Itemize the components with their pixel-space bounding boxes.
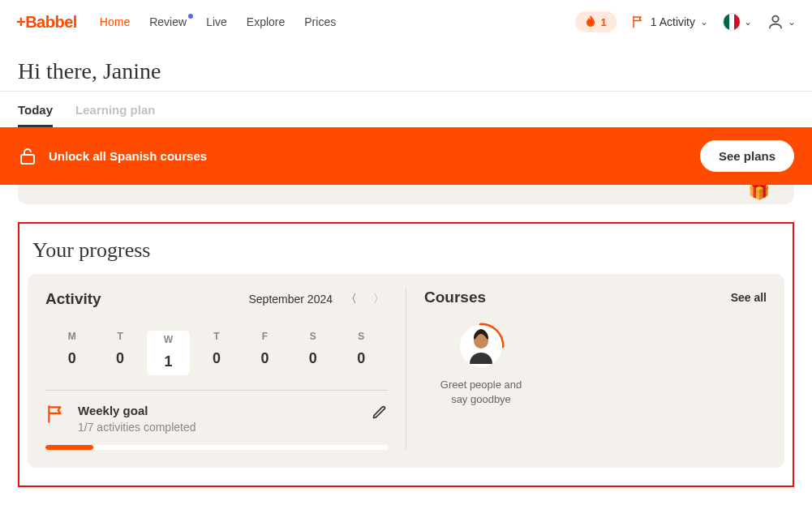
activity-heading: Activity	[45, 290, 248, 308]
day-cell: S0	[340, 331, 383, 375]
profile-dropdown[interactable]: ⌄	[767, 13, 796, 31]
language-dropdown[interactable]: ⌄	[723, 13, 752, 31]
day-count: 1	[147, 353, 190, 370]
activity-dropdown[interactable]: 1 Activity ⌄	[631, 15, 708, 29]
day-cell: F0	[243, 331, 286, 375]
day-count: 0	[243, 350, 286, 367]
chevron-down-icon: ⌄	[700, 16, 708, 28]
weekly-goal-subtitle: 1/7 activities completed	[78, 421, 360, 434]
nav-review[interactable]: Review	[149, 15, 187, 28]
see-all-courses-link[interactable]: See all	[731, 291, 767, 304]
day-count: 0	[291, 350, 334, 367]
svg-rect-1	[21, 155, 34, 164]
day-label: S	[340, 331, 383, 342]
streak-count: 1	[601, 16, 607, 28]
day-label: S	[291, 331, 334, 342]
gift-icon: 🎁	[748, 185, 770, 201]
your-progress-title: Your progress	[19, 235, 793, 274]
next-month-button[interactable]: 〉	[370, 289, 388, 310]
course-item-label: Greet people and say goodbye	[436, 378, 526, 406]
tab-today[interactable]: Today	[18, 92, 53, 127]
day-cell: T0	[98, 331, 141, 375]
nav-home[interactable]: Home	[100, 15, 130, 28]
day-label: T	[98, 331, 141, 342]
divider	[45, 390, 388, 391]
user-icon	[767, 13, 784, 31]
svg-point-0	[772, 16, 778, 22]
progress-fill	[45, 445, 93, 450]
nav-explore[interactable]: Explore	[247, 15, 285, 28]
see-plans-button[interactable]: See plans	[700, 140, 794, 172]
greeting-heading: Hi there, Janine	[0, 44, 812, 91]
unlock-banner-text: Unlock all Spanish courses	[49, 149, 700, 163]
mexico-flag-icon	[723, 13, 741, 31]
week-activity-row: M0 T0 W1 T0 F0 S0 S0	[45, 331, 388, 375]
unlock-banner: Unlock all Spanish courses See plans	[0, 127, 812, 185]
day-count: 0	[340, 350, 383, 367]
activity-month: September 2024	[248, 293, 333, 306]
streak-pill[interactable]: 1	[575, 11, 617, 32]
day-label: T	[195, 331, 238, 342]
flame-icon	[585, 15, 596, 28]
day-count: 0	[50, 350, 93, 367]
notification-dot-icon	[188, 14, 193, 19]
day-cell-selected: W1	[147, 331, 190, 375]
lock-icon	[18, 147, 37, 166]
day-cell: T0	[195, 331, 238, 375]
tab-learning-plan[interactable]: Learning plan	[75, 92, 155, 127]
nav-review-label: Review	[149, 15, 187, 28]
day-count: 0	[98, 350, 141, 367]
day-count: 0	[195, 350, 238, 367]
weekly-goal-title: Weekly goal	[78, 404, 360, 417]
flag-icon	[45, 404, 67, 425]
previous-card-peek: 🎁	[18, 185, 794, 204]
edit-goal-button[interactable]	[372, 404, 388, 420]
day-cell: M0	[50, 331, 93, 375]
course-avatar	[460, 325, 502, 367]
activity-count-label: 1 Activity	[651, 15, 695, 28]
course-item[interactable]: Greet people and say goodbye	[424, 323, 538, 406]
day-label: W	[147, 334, 190, 345]
chevron-down-icon: ⌄	[788, 16, 796, 28]
weekly-goal-progress-bar	[45, 445, 388, 450]
courses-heading: Courses	[424, 289, 731, 306]
your-progress-section: Your progress Activity September 2024 〈 …	[18, 222, 794, 487]
prev-month-button[interactable]: 〈	[342, 289, 360, 310]
flag-outline-icon	[631, 15, 646, 29]
day-cell: S0	[291, 331, 334, 375]
nav-live[interactable]: Live	[206, 15, 227, 28]
chevron-down-icon: ⌄	[744, 16, 752, 28]
day-label: M	[50, 331, 93, 342]
day-label: F	[243, 331, 286, 342]
babbel-logo[interactable]: +Babbel	[16, 13, 77, 32]
nav-prices[interactable]: Prices	[304, 15, 336, 28]
